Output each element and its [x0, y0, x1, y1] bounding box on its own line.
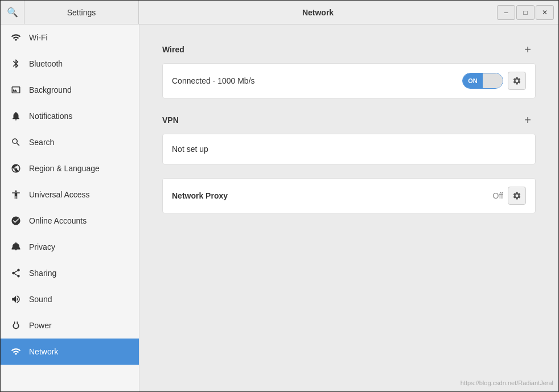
- power-icon: [10, 319, 22, 332]
- universal-access-icon: [10, 188, 22, 201]
- wired-section-header: Wired +: [162, 42, 536, 57]
- wired-card: Connected - 1000 Mb/s ON: [162, 63, 536, 98]
- notifications-icon: [10, 110, 22, 122]
- sidebar-item-notifications[interactable]: Notifications: [1, 103, 139, 129]
- wired-section: Wired + Connected - 1000 Mb/s ON: [162, 42, 536, 98]
- proxy-section: Network Proxy Off: [162, 178, 536, 213]
- window-controls: – □ ✕: [497, 5, 558, 20]
- sidebar-item-background-label: Background: [29, 85, 72, 94]
- vpn-add-button[interactable]: +: [520, 112, 536, 128]
- sound-icon: [10, 293, 22, 306]
- sidebar-item-region-label: Region & Language: [29, 164, 100, 173]
- sidebar-item-wifi[interactable]: Wi-Fi: [1, 24, 139, 51]
- online-accounts-icon: [10, 214, 22, 227]
- sharing-icon: [10, 267, 22, 279]
- vpn-card: Not set up: [162, 134, 536, 164]
- proxy-title: Network Proxy: [172, 191, 493, 200]
- page-title: Network: [139, 8, 497, 17]
- sidebar-item-sound[interactable]: Sound: [1, 286, 139, 312]
- sidebar-item-sharing-label: Sharing: [29, 269, 56, 278]
- bluetooth-icon: [10, 57, 22, 70]
- toggle-off-part: [483, 73, 503, 89]
- sidebar-item-network[interactable]: Network: [1, 339, 139, 365]
- sidebar-item-power-label: Power: [29, 321, 52, 330]
- privacy-icon: [10, 241, 22, 253]
- sidebar-item-bluetooth-label: Bluetooth: [29, 59, 63, 68]
- sidebar-item-power[interactable]: Power: [1, 312, 139, 339]
- wired-connection-row: Connected - 1000 Mb/s ON: [163, 64, 535, 98]
- proxy-gear-icon: [512, 191, 521, 200]
- sidebar-item-online-accounts-label: Online Accounts: [29, 216, 87, 225]
- wired-section-title: Wired: [162, 45, 184, 54]
- maximize-button[interactable]: □: [516, 5, 535, 20]
- sidebar-item-search-label: Search: [29, 138, 54, 147]
- wired-toggle-container: ON: [462, 73, 503, 89]
- sidebar-item-privacy-label: Privacy: [29, 242, 55, 251]
- content-area: Wi-Fi Bluetooth Background: [1, 24, 558, 391]
- sidebar-item-notifications-label: Notifications: [29, 112, 72, 121]
- sidebar-item-bluetooth[interactable]: Bluetooth: [1, 51, 139, 77]
- vpn-section-title: VPN: [162, 115, 179, 125]
- vpn-status: Not set up: [172, 145, 526, 154]
- vpn-section-header: VPN +: [162, 112, 536, 128]
- wired-toggle[interactable]: ON: [462, 73, 503, 89]
- proxy-status: Off: [493, 191, 503, 200]
- titlebar: 🔍 Settings Network – □ ✕: [1, 1, 558, 24]
- gear-icon: [512, 76, 521, 85]
- vpn-status-row: Not set up: [163, 134, 535, 164]
- minimize-button[interactable]: –: [497, 5, 515, 20]
- background-icon: [10, 84, 22, 96]
- wifi-icon: [10, 31, 22, 44]
- proxy-gear-button[interactable]: [508, 187, 526, 205]
- region-icon: [10, 162, 22, 175]
- sidebar-item-privacy[interactable]: Privacy: [1, 234, 139, 260]
- wired-gear-button[interactable]: [508, 72, 526, 90]
- search-icon: 🔍: [7, 7, 18, 18]
- toggle-on-label: ON: [463, 73, 483, 89]
- proxy-row: Network Proxy Off: [163, 179, 535, 213]
- search-icon-btn[interactable]: 🔍: [1, 1, 24, 24]
- main-content: Wired + Connected - 1000 Mb/s ON: [139, 24, 558, 391]
- vpn-section: VPN + Not set up: [162, 112, 536, 164]
- sidebar-item-background[interactable]: Background: [1, 77, 139, 103]
- wired-add-button[interactable]: +: [520, 42, 536, 57]
- wired-connection-status: Connected - 1000 Mb/s: [172, 76, 462, 85]
- app-title: Settings: [24, 8, 138, 17]
- sidebar-item-search[interactable]: Search: [1, 129, 139, 155]
- sidebar: Wi-Fi Bluetooth Background: [1, 24, 139, 391]
- sidebar-item-sound-label: Sound: [29, 295, 52, 304]
- sidebar-item-network-label: Network: [29, 347, 58, 356]
- sidebar-item-wifi-label: Wi-Fi: [29, 33, 48, 42]
- sidebar-item-online-accounts[interactable]: Online Accounts: [1, 208, 139, 234]
- network-icon: [10, 345, 22, 358]
- search-sidebar-icon: [10, 136, 22, 148]
- proxy-card: Network Proxy Off: [162, 178, 536, 213]
- sidebar-item-universal-access-label: Universal Access: [29, 190, 90, 199]
- sidebar-item-region[interactable]: Region & Language: [1, 155, 139, 181]
- settings-window: 🔍 Settings Network – □ ✕ Wi-Fi: [0, 0, 559, 392]
- sidebar-item-sharing[interactable]: Sharing: [1, 260, 139, 286]
- close-button[interactable]: ✕: [536, 5, 554, 20]
- sidebar-item-universal-access[interactable]: Universal Access: [1, 181, 139, 208]
